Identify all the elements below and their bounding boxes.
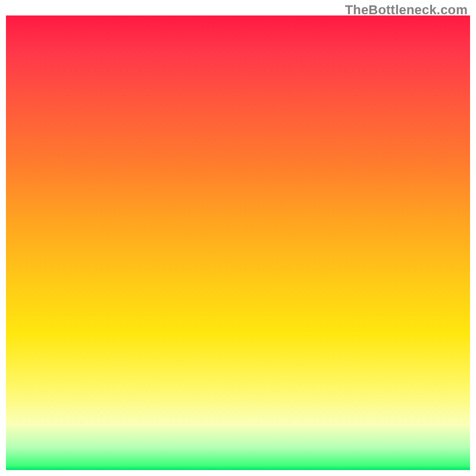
chart-gradient-background — [6, 15, 470, 470]
chart-area — [6, 15, 470, 470]
